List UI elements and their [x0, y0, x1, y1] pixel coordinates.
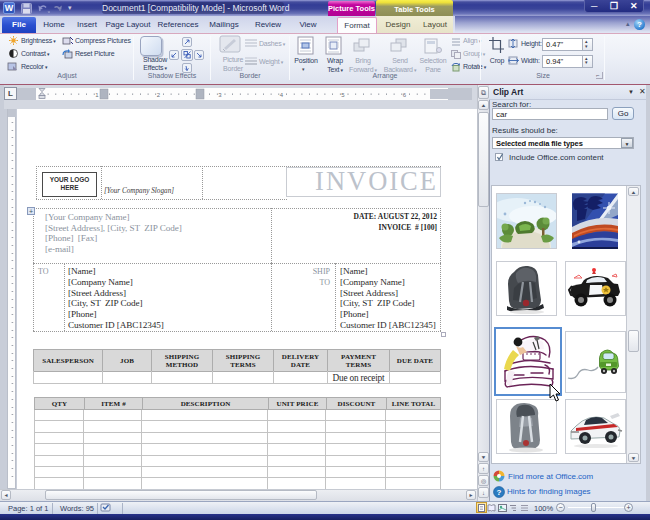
svg-text:?: ? [497, 488, 502, 497]
